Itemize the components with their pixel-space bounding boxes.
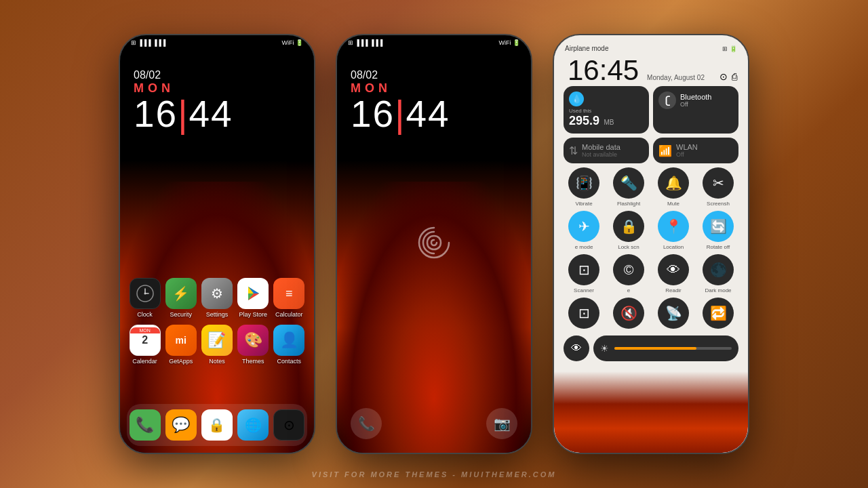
scanner-label: Scanner: [574, 287, 594, 293]
scanner-icon: ⊡: [568, 254, 599, 285]
phone2-datetime: 08/02 MON 16|44: [351, 69, 450, 133]
camera-toggle-icon[interactable]: ⊙: [719, 71, 728, 82]
app-clock[interactable]: Clock: [127, 278, 163, 318]
reader-label: Readir: [665, 287, 682, 293]
eye-btn[interactable]: 👁: [564, 336, 589, 361]
phone1-app-grid: Clock ⚡ Security ⚙ Settings: [127, 278, 307, 371]
security-icon: ⚡: [165, 278, 197, 309]
round-btn-row4: ⊡ 🔇 📡 🔁: [559, 298, 743, 329]
phone1-status-right: WiFi 🔋: [282, 39, 304, 46]
phone2-time: 16|44: [351, 96, 450, 133]
extra4-btn[interactable]: 🔁: [703, 298, 734, 329]
darkmode-btn[interactable]: 🌑 Dark mode: [703, 254, 734, 293]
phone2-container: ⊞ ▐▐▐ ▐▐▐ WiFi 🔋 08/02 MON 16|44 📞 📷: [336, 34, 532, 454]
app-contacts[interactable]: 👤 Contacts: [271, 325, 307, 365]
round-btn-row3: ⊡ Scanner © e 👁 Readir 🌑 Dark mode: [559, 254, 743, 293]
mute-icon: 🔔: [658, 167, 689, 199]
lockscreen-icon: 🔒: [613, 211, 644, 242]
phone3-status-bar: Airplane mode ⊞ 🔋: [559, 41, 743, 54]
phone1-date: 08/02: [134, 69, 233, 81]
edit-icon[interactable]: ⎙: [732, 71, 737, 82]
wlan-title: WLAN: [676, 143, 698, 151]
mobile-data-tile[interactable]: ⇅ Mobile data Not available: [564, 138, 649, 163]
app-calendar-label: Calendar: [132, 358, 157, 365]
phone2-call-icon[interactable]: 📞: [351, 408, 382, 439]
extra3-icon: 📡: [658, 298, 689, 329]
bluetooth-tile[interactable]: ʗ Bluetooth Off: [653, 86, 738, 134]
mute-btn[interactable]: 🔔 Mute: [658, 167, 689, 207]
rotate-label: Rotate off: [707, 244, 730, 250]
phone1-datetime: 08/02 MON 16|44: [134, 69, 233, 133]
notes-icon: 📝: [201, 325, 233, 356]
location-label: Location: [663, 244, 684, 250]
dock-messages[interactable]: 💬: [165, 409, 197, 441]
app-getapps[interactable]: mi GetApps: [163, 325, 199, 365]
dock-browser[interactable]: 🌐: [237, 409, 269, 441]
mobile-data-icon: ⇅: [569, 144, 578, 157]
clock-icon: [130, 278, 161, 309]
phone2-status-right: WiFi 🔋: [499, 39, 521, 46]
brightness-slider[interactable]: ☀: [593, 336, 738, 361]
settings-icon: ⚙: [201, 278, 233, 309]
vibrate-btn[interactable]: 📳 Vibrate: [568, 167, 599, 207]
extra3-btn[interactable]: 📡: [658, 298, 689, 329]
phone2-status-left: ⊞ ▐▐▐ ▐▐▐: [348, 39, 382, 46]
getapps-icon: mi: [165, 325, 197, 356]
copyright-label: e: [627, 287, 630, 293]
app-calculator[interactable]: ≡ Calculator: [271, 278, 307, 318]
app-playstore[interactable]: Play Store: [235, 278, 271, 318]
extra2-btn[interactable]: 🔇: [613, 298, 644, 329]
data-tile[interactable]: 💧 Used this 295.9 MB: [564, 86, 649, 134]
brightness-fill: [614, 347, 696, 350]
phone2-camera-icon[interactable]: 📷: [486, 408, 517, 439]
wlan-tile[interactable]: 📶 WLAN Off: [653, 138, 738, 163]
phone3-time-area: 16:45 Monday, August 02 ⊙ ⎙: [559, 54, 743, 86]
mute-label: Mute: [667, 201, 679, 207]
app-getapps-label: GetApps: [169, 358, 193, 365]
flashlight-btn[interactable]: 🔦 Flashlight: [613, 167, 644, 207]
app-calendar[interactable]: MON 2 Calendar: [127, 325, 163, 365]
location-btn[interactable]: 📍 Location: [658, 211, 689, 250]
phone1: ⊞ ▐▐▐ ▐▐▐ WiFi 🔋 08/02 MON 16|44 Clock: [119, 34, 315, 454]
reader-btn[interactable]: 👁 Readir: [658, 254, 689, 293]
phone2: ⊞ ▐▐▐ ▐▐▐ WiFi 🔋 08/02 MON 16|44 📞 📷: [336, 34, 532, 454]
phone3-content: Airplane mode ⊞ 🔋 16:45 Monday, August 0…: [554, 35, 748, 453]
extra2-icon: 🔇: [613, 298, 644, 329]
lockscreen-btn[interactable]: 🔒 Lock scn: [613, 211, 644, 250]
data-unit: MB: [604, 119, 614, 126]
phone1-status-bar: ⊞ ▐▐▐ ▐▐▐ WiFi 🔋: [120, 35, 314, 47]
vibrate-icon: 📳: [568, 167, 599, 199]
airplane-btn[interactable]: ✈ e mode: [568, 211, 599, 250]
watermark: VISIT FOR MORE THEMES - MIUITHEMER.COM: [0, 470, 868, 479]
app-settings-label: Settings: [206, 311, 229, 318]
darkmode-icon: 🌑: [703, 254, 734, 285]
vibrate-label: Vibrate: [575, 201, 592, 207]
app-notes[interactable]: 📝 Notes: [199, 325, 235, 365]
bluetooth-subtitle: Off: [680, 101, 711, 108]
themes-icon: 🎨: [237, 325, 269, 356]
data-tile-title: Used this: [569, 108, 644, 114]
round-btn-row2: ✈ e mode 🔒 Lock scn 📍 Location 🔄 Rotate …: [559, 211, 743, 250]
rotate-btn[interactable]: 🔄 Rotate off: [703, 211, 734, 250]
dock-phone[interactable]: 📞: [130, 409, 161, 441]
flashlight-icon: 🔦: [613, 167, 644, 199]
scanner-btn[interactable]: ⊡ Scanner: [568, 254, 599, 293]
screenshot-btn[interactable]: ✂ Screensh: [703, 167, 734, 207]
app-notes-label: Notes: [209, 358, 225, 365]
screenshot-label: Screensh: [707, 201, 730, 207]
phone1-time: 16|44: [134, 96, 233, 133]
app-settings[interactable]: ⚙ Settings: [199, 278, 235, 318]
contacts-icon: 👤: [273, 325, 304, 356]
dock-camera[interactable]: ⊙: [273, 409, 304, 441]
tiles-row2: ⇅ Mobile data Not available 📶 WLAN: [559, 138, 743, 163]
copyright-btn[interactable]: © e: [613, 254, 644, 293]
dock-wallet[interactable]: 🔒: [201, 409, 233, 441]
app-calculator-label: Calculator: [275, 311, 303, 318]
app-themes[interactable]: 🎨 Themes: [235, 325, 271, 365]
brightness-controls: 👁 ☀: [559, 333, 743, 361]
app-security[interactable]: ⚡ Security: [163, 278, 199, 318]
app-security-label: Security: [170, 311, 193, 318]
phone2-status-bar: ⊞ ▐▐▐ ▐▐▐ WiFi 🔋: [337, 35, 531, 47]
extra1-btn[interactable]: ⊡: [568, 298, 599, 329]
app-playstore-label: Play Store: [239, 311, 267, 318]
